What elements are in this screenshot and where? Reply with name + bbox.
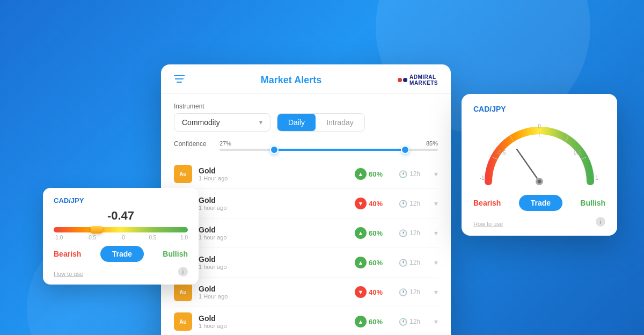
info-button[interactable]: i bbox=[178, 267, 188, 276]
large-how-to-use-link[interactable]: How to use bbox=[473, 221, 503, 227]
signal-down-icon: ▼ bbox=[355, 286, 367, 298]
svg-text:0.5: 0.5 bbox=[574, 150, 581, 156]
asset-badge-au: Au bbox=[174, 165, 192, 183]
tab-daily[interactable]: Daily bbox=[277, 114, 316, 131]
clock-icon: 🕐 bbox=[399, 259, 407, 267]
signal-badge-down: ▼ 40% bbox=[355, 198, 392, 209]
asset-info: Gold 1 Hour ago bbox=[199, 285, 348, 300]
instrument-label: Instrument bbox=[174, 103, 438, 110]
instrument-row: Commodity ▾ Daily Intraday bbox=[174, 113, 438, 132]
gauge-svg: -1 -0.5 0 0.5 1 bbox=[478, 120, 601, 190]
small-card-actions: Bearish Trade Bullish bbox=[54, 246, 188, 262]
confidence-section: Confidence 27% 85% bbox=[174, 140, 438, 151]
time-badge: 🕐 12h bbox=[399, 229, 426, 237]
large-trade-button[interactable]: Trade bbox=[519, 195, 562, 211]
asset-badge-au: Au bbox=[174, 283, 192, 301]
time-badge: 🕐 12h bbox=[399, 200, 426, 208]
main-panel: Market Alerts ADMIRAL MARKETS Instrument… bbox=[161, 64, 451, 335]
bar-thumb bbox=[91, 226, 103, 234]
chevron-down-icon: ▾ bbox=[434, 229, 438, 237]
list-container: Au Gold 1 Hour ago ▲ 60% 🕐 12h ▾ Au bbox=[174, 159, 438, 335]
logo-dots bbox=[398, 78, 407, 82]
admiral-logo: ADMIRAL MARKETS bbox=[398, 74, 438, 86]
time-badge: 🕐 12h bbox=[399, 170, 426, 178]
list-item[interactable]: Au Gold 1 hour ago ▼ 40% 🕐 12h ▾ bbox=[174, 189, 438, 219]
gauge-needle bbox=[517, 149, 539, 181]
list-item[interactable]: Au Gold 1 hour ago ▲ 60% 🕐 12h ▾ bbox=[174, 219, 438, 248]
asset-name: Gold bbox=[199, 225, 348, 234]
signal-up-icon: ▲ bbox=[355, 227, 367, 239]
chevron-down-icon: ▾ bbox=[434, 317, 438, 326]
clock-icon: 🕐 bbox=[399, 318, 407, 326]
asset-time: 1 hour ago bbox=[199, 264, 348, 270]
small-card-symbol: CAD/JPY bbox=[54, 196, 188, 205]
instrument-value: Commodity bbox=[182, 118, 220, 127]
panel-header: Market Alerts ADMIRAL MARKETS bbox=[161, 64, 451, 94]
asset-badge-au: Au bbox=[174, 312, 192, 331]
dropdown-arrow-icon: ▾ bbox=[259, 119, 262, 126]
bar-labels: -1.0 -0.5 -0 0.5 1.0 bbox=[54, 235, 188, 241]
clock-icon: 🕐 bbox=[399, 200, 407, 208]
signal-badge-up: ▲ 60% bbox=[355, 227, 392, 239]
confidence-range: 27% 85% bbox=[219, 140, 438, 151]
confidence-max-label: 85% bbox=[426, 140, 438, 147]
signal-badge-up: ▲ 60% bbox=[355, 168, 392, 180]
signal-down-icon: ▼ bbox=[355, 198, 367, 209]
slider-thumb-right[interactable] bbox=[401, 145, 409, 154]
small-cadjpy-card: CAD/JPY -0.47 -1.0 -0.5 -0 0.5 1.0 Beari… bbox=[43, 188, 199, 285]
asset-time: 1 hour ago bbox=[199, 205, 348, 211]
instrument-dropdown[interactable]: Commodity ▾ bbox=[174, 113, 270, 132]
large-card-footer: How to use i bbox=[473, 216, 605, 227]
list-item[interactable]: Au Gold 1 hour ago ▲ 60% 🕐 12h ▾ bbox=[174, 248, 438, 278]
clock-icon: 🕐 bbox=[399, 229, 407, 237]
period-tabs: Daily Intraday bbox=[277, 113, 365, 132]
gauge-container: -1 -0.5 0 0.5 1 bbox=[478, 120, 601, 190]
slider-thumb-left[interactable] bbox=[270, 145, 279, 154]
asset-info: Gold 1 hour ago bbox=[199, 196, 348, 211]
list-item[interactable]: Au Gold 1 Hour ago ▲ 60% 🕐 12h ▾ bbox=[174, 159, 438, 189]
large-info-button[interactable]: i bbox=[596, 217, 605, 227]
chevron-down-icon: ▾ bbox=[434, 170, 438, 178]
list-item[interactable]: Au Gold 1 Hour ago ▼ 40% 🕐 12h ▾ bbox=[174, 278, 438, 307]
time-badge: 🕐 12h bbox=[399, 318, 426, 326]
signal-badge-down: ▼ 40% bbox=[355, 286, 392, 298]
signal-up-icon: ▲ bbox=[355, 257, 367, 268]
tab-intraday[interactable]: Intraday bbox=[316, 114, 364, 131]
signal-up-icon: ▲ bbox=[355, 316, 367, 327]
large-card-actions: Bearish Trade Bullish bbox=[473, 195, 605, 211]
logo-dot-blue bbox=[403, 78, 407, 82]
chevron-down-icon: ▾ bbox=[434, 199, 438, 208]
asset-name: Gold bbox=[199, 314, 348, 323]
large-bullish-label: Bullish bbox=[580, 199, 605, 207]
time-badge: 🕐 12h bbox=[399, 288, 426, 296]
trade-button[interactable]: Trade bbox=[100, 246, 144, 262]
panel-title: Market Alerts bbox=[261, 75, 321, 86]
signal-badge-up: ▲ 60% bbox=[355, 257, 392, 268]
clock-icon: 🕐 bbox=[399, 288, 407, 296]
asset-time: 1 hour ago bbox=[199, 323, 348, 329]
instrument-section: Instrument Commodity ▾ Daily Intraday bbox=[174, 103, 438, 132]
asset-time: 1 hour ago bbox=[199, 234, 348, 241]
asset-name: Gold bbox=[199, 285, 348, 293]
gradient-bar-container: -1.0 -0.5 -0 0.5 1.0 bbox=[54, 227, 188, 241]
confidence-min-label: 27% bbox=[219, 140, 231, 147]
svg-text:-0.5: -0.5 bbox=[496, 150, 506, 156]
list-item[interactable]: Au Gold 1 hour ago ▲ 60% 🕐 12h ▾ bbox=[174, 307, 438, 335]
logo-dot-red bbox=[398, 78, 402, 82]
asset-name: Gold bbox=[199, 255, 348, 264]
asset-info: Gold 1 hour ago bbox=[199, 225, 348, 241]
asset-info: Gold 1 Hour ago bbox=[199, 166, 348, 181]
bullish-label: Bullish bbox=[163, 250, 188, 258]
slider-fill bbox=[274, 149, 405, 151]
chevron-down-icon: ▾ bbox=[434, 288, 438, 296]
confidence-label: Confidence bbox=[174, 140, 214, 148]
panel-body: Instrument Commodity ▾ Daily Intraday Co… bbox=[161, 94, 451, 335]
asset-name: Gold bbox=[199, 166, 348, 175]
svg-text:1: 1 bbox=[595, 175, 598, 181]
clock-icon: 🕐 bbox=[399, 170, 407, 178]
asset-name: Gold bbox=[199, 196, 348, 205]
signal-up-icon: ▲ bbox=[355, 168, 367, 180]
filter-icon[interactable] bbox=[174, 75, 185, 86]
how-to-use-link[interactable]: How to use bbox=[54, 271, 83, 277]
asset-info: Gold 1 hour ago bbox=[199, 255, 348, 270]
